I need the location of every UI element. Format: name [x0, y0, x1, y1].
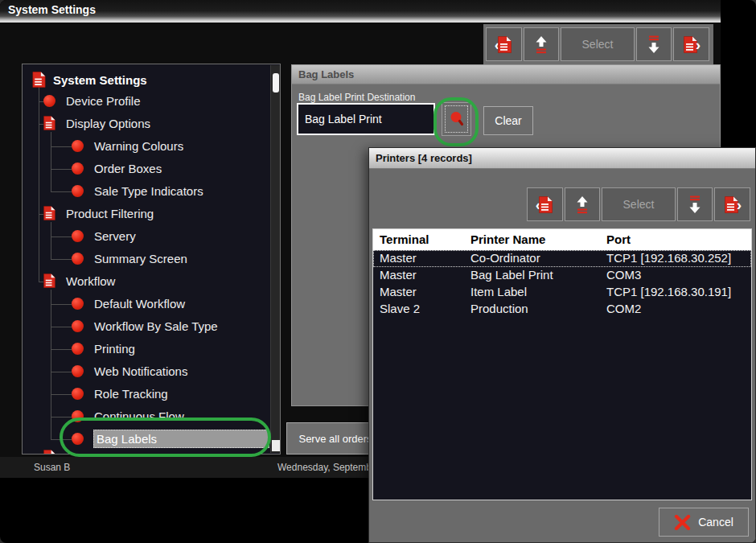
- document-icon: [43, 116, 55, 130]
- select-button[interactable]: Select: [602, 187, 676, 221]
- tree-item-device-profile[interactable]: Device Profile: [43, 90, 141, 111]
- cell-printer-name: Bag Label Print: [470, 268, 553, 282]
- document-icon: [43, 274, 55, 288]
- previous-record-button[interactable]: [524, 27, 559, 61]
- document-icon: [43, 206, 55, 220]
- tree-item-continuous-flow[interactable]: Continuous Flow: [72, 405, 184, 426]
- cancel-button-label: Cancel: [698, 516, 733, 529]
- chevron-right-icon: ›: [696, 37, 701, 52]
- bag-labels-panel-header: Bag Labels: [292, 65, 720, 84]
- red-magnifier-icon: [449, 110, 465, 128]
- red-x-icon: [674, 515, 691, 530]
- arrow-down-icon: [647, 35, 661, 54]
- tree-item-role-tracking[interactable]: Role Tracking: [72, 383, 168, 404]
- tree-item-servery[interactable]: Servery: [72, 225, 136, 246]
- scrollbar-thumb[interactable]: [273, 73, 279, 93]
- arrow-up-icon: [534, 35, 549, 54]
- screenshot-canvas: System Settings ‹Select› System Settings…: [0, 0, 756, 543]
- bullet-icon: [72, 253, 84, 265]
- last-record-button[interactable]: ›: [714, 187, 750, 221]
- destination-input[interactable]: [297, 103, 435, 135]
- first-record-button[interactable]: ‹: [527, 187, 563, 221]
- cell-terminal: Master: [380, 251, 417, 265]
- lookup-button[interactable]: [442, 102, 471, 136]
- document-icon: [539, 196, 553, 213]
- tree-item-label: Default Workflow: [94, 297, 185, 311]
- window-titlebar: System Settings: [0, 0, 721, 23]
- tree-item-default-workflow[interactable]: Default Workflow: [72, 293, 185, 314]
- bullet-icon: [72, 162, 84, 175]
- tree-item-label: Workflow By Sale Type: [94, 319, 218, 333]
- column-header-terminal: Terminal: [380, 232, 429, 246]
- document-icon: [43, 274, 55, 288]
- document-icon: [43, 206, 55, 220]
- settings-tree-panel: System Settings Device ProfileDisplay Op…: [22, 64, 281, 455]
- printers-dialog: Printers [4 records] ‹Select› Terminal P…: [368, 147, 756, 543]
- tree-item-label: Product Filtering: [66, 207, 154, 220]
- bullet-icon: [72, 230, 84, 242]
- statusbar-user: Susan B: [34, 462, 70, 473]
- bullet-icon: [72, 140, 84, 152]
- cell-terminal: Master: [380, 285, 417, 298]
- last-record-button[interactable]: ›: [673, 27, 709, 61]
- tree-item-warning-colours[interactable]: Warning Colours: [72, 135, 183, 156]
- cell-terminal: Master: [380, 268, 417, 282]
- cell-terminal: Slave 2: [380, 302, 420, 315]
- serve-all-orders-label: Serve all orders: [298, 433, 372, 445]
- next-record-button[interactable]: [636, 27, 672, 61]
- cell-printer-name: Item Label: [470, 285, 527, 298]
- clear-button-label: Clear: [495, 114, 521, 127]
- tree-item-display-options[interactable]: Display Options: [43, 113, 150, 134]
- printer-row-bag-label-print[interactable]: MasterBag Label PrintCOM3: [373, 267, 751, 284]
- main-toolbar: ‹Select›: [483, 24, 713, 64]
- tree-item-workflow-by-sale-type[interactable]: Workflow By Sale Type: [72, 315, 218, 336]
- tree-item-label: Warning Colours: [94, 139, 183, 153]
- tree-scrollbar[interactable]: [270, 65, 280, 453]
- document-icon: [32, 72, 46, 88]
- tree-item-label: Bag Labels: [93, 430, 269, 448]
- tree-item-order-boxes[interactable]: Order Boxes: [72, 158, 162, 179]
- next-record-button[interactable]: [677, 187, 713, 221]
- bullet-icon: [72, 410, 84, 422]
- tree-item-system-settings[interactable]: System Settings: [32, 69, 147, 90]
- tree-item-label: Summary Screen: [94, 252, 187, 265]
- bullet-icon: [72, 343, 84, 355]
- clear-button[interactable]: Clear: [483, 106, 533, 135]
- select-button[interactable]: Select: [561, 27, 635, 61]
- previous-record-button[interactable]: [565, 187, 600, 221]
- tree-item-summary-screen[interactable]: Summary Screen: [72, 248, 187, 269]
- tree-item-printing[interactable]: Printing: [72, 338, 135, 359]
- document-icon: [32, 72, 46, 88]
- dialog-title: Printers [4 records]: [376, 152, 472, 164]
- printers-table-header: Terminal Printer Name Port: [373, 229, 751, 250]
- first-record-button[interactable]: ‹: [486, 27, 522, 61]
- window-title: System Settings: [8, 3, 96, 16]
- dialog-toolbar: ‹Select›: [527, 184, 750, 224]
- arrow-up-icon: [575, 195, 590, 214]
- scrollbar-down-button[interactable]: [272, 440, 280, 451]
- tree-item-product-filtering[interactable]: Product Filtering: [43, 203, 154, 224]
- tree-root-label: System Settings: [53, 73, 147, 87]
- cell-printer-name: Co-Ordinator: [470, 251, 540, 265]
- tree-item-label: Continuous Flow: [94, 409, 184, 423]
- tree-item-label: Workflow: [66, 274, 115, 288]
- document-icon: [43, 450, 55, 455]
- printer-row-co-ordinator[interactable]: MasterCo-OrdinatorTCP1 [192.168.30.252]: [373, 250, 751, 267]
- tree-item-web-notifications[interactable]: Web Notifications: [72, 360, 187, 381]
- bullet-icon: [72, 320, 84, 332]
- bullet-icon: [43, 95, 55, 107]
- tree-item-label: Sale Type Indicators: [94, 184, 203, 198]
- tree-item-label: Printing: [94, 342, 135, 356]
- tree-item-workflow[interactable]: Workflow: [43, 270, 115, 291]
- dialog-titlebar: Printers [4 records]: [369, 148, 755, 169]
- bullet-icon: [72, 185, 84, 197]
- tree-item-bag-labels[interactable]: Bag Labels: [72, 428, 269, 449]
- tree-item-sale-type-indicators[interactable]: Sale Type Indicators: [72, 180, 203, 201]
- printer-row-item-label[interactable]: MasterItem LabelTCP1 [192.168.30.191]: [373, 284, 751, 301]
- printer-row-production[interactable]: Slave 2ProductionCOM2: [373, 301, 751, 318]
- cancel-button[interactable]: Cancel: [659, 508, 749, 537]
- tree-item-label: Web Notifications: [94, 364, 187, 378]
- tree-item-label: Role Tracking: [94, 387, 168, 401]
- cell-port: TCP1 [192.168.30.252]: [606, 251, 731, 265]
- destination-field-label: Bag Label Print Destination: [298, 92, 415, 103]
